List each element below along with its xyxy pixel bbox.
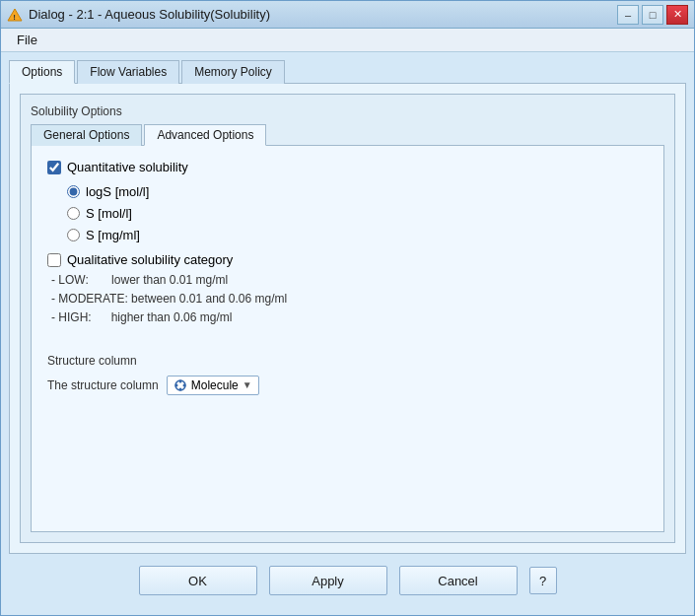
radio-s-mg[interactable] xyxy=(67,229,80,241)
molecule-label: Molecule xyxy=(191,378,239,392)
qual-info-low: - LOW: lower than 0.01 mg/ml xyxy=(51,271,648,290)
structure-row-text: The structure column xyxy=(47,378,159,392)
svg-point-4 xyxy=(178,387,181,390)
inner-panel: Quantitative solubility logS [mol/l] S [… xyxy=(31,146,664,532)
maximize-button[interactable]: □ xyxy=(642,5,663,25)
radio-row-s-mol: S [mol/l] xyxy=(67,206,648,221)
menu-file[interactable]: File xyxy=(9,31,45,49)
solubility-options-section: Solubility Options General Options Advan… xyxy=(20,94,675,543)
molecule-icon xyxy=(174,378,187,392)
title-bar: ! Dialog - 2:1 - Aqueous Solubility(Solu… xyxy=(1,1,694,29)
footer: OK Apply Cancel ? xyxy=(9,554,686,607)
qual-info: - LOW: lower than 0.01 mg/ml - MODERATE:… xyxy=(47,271,648,328)
apply-button[interactable]: Apply xyxy=(269,566,387,595)
radio-group: logS [mol/l] S [mol/l] S [mg/ml] xyxy=(47,184,648,242)
tab-flow-variables[interactable]: Flow Variables xyxy=(77,60,179,84)
qualitative-row: Qualitative solubility category xyxy=(47,252,648,267)
tab-options[interactable]: Options xyxy=(9,60,75,84)
main-panel: Solubility Options General Options Advan… xyxy=(9,84,686,554)
qualitative-section: Qualitative solubility category - LOW: l… xyxy=(47,252,648,328)
help-button[interactable]: ? xyxy=(529,567,557,594)
menu-bar: File xyxy=(1,29,694,52)
radio-s-mol-label[interactable]: S [mol/l] xyxy=(86,206,132,221)
radio-logs-label[interactable]: logS [mol/l] xyxy=(86,184,149,199)
content-area: Options Flow Variables Memory Policy Sol… xyxy=(1,52,694,615)
tab-general-options[interactable]: General Options xyxy=(31,124,142,146)
radio-row-logs: logS [mol/l] xyxy=(67,184,648,199)
window-title: Dialog - 2:1 - Aqueous Solubility(Solubi… xyxy=(29,7,270,22)
minimize-button[interactable]: – xyxy=(617,5,639,25)
title-bar-left: ! Dialog - 2:1 - Aqueous Solubility(Solu… xyxy=(7,7,270,23)
tab-advanced-options[interactable]: Advanced Options xyxy=(144,124,266,146)
section-label: Solubility Options xyxy=(31,104,664,118)
qual-info-high: - HIGH: higher than 0.06 mg/ml xyxy=(51,308,648,327)
dropdown-arrow-icon: ▼ xyxy=(243,379,252,390)
structure-section: Structure column The structure column xyxy=(47,346,648,395)
quantitative-label[interactable]: Quantitative solubility xyxy=(67,160,188,174)
qualitative-label[interactable]: Qualitative solubility category xyxy=(67,252,233,267)
radio-s-mol[interactable] xyxy=(67,207,80,220)
molecule-dropdown[interactable]: Molecule ▼ xyxy=(167,376,259,395)
title-buttons: – □ ✕ xyxy=(617,5,688,25)
ok-button[interactable]: OK xyxy=(139,566,257,595)
cancel-button[interactable]: Cancel xyxy=(399,566,518,595)
inner-tabs: General Options Advanced Options xyxy=(31,124,664,146)
radio-logs[interactable] xyxy=(67,185,80,198)
main-window: ! Dialog - 2:1 - Aqueous Solubility(Solu… xyxy=(0,0,695,616)
radio-s-mg-label[interactable]: S [mg/ml] xyxy=(86,228,140,242)
close-button[interactable]: ✕ xyxy=(666,5,688,25)
tab-memory-policy[interactable]: Memory Policy xyxy=(181,60,285,84)
warning-icon: ! xyxy=(7,7,23,23)
svg-point-3 xyxy=(178,379,181,382)
svg-point-5 xyxy=(174,383,177,386)
radio-row-s-mg: S [mg/ml] xyxy=(67,228,648,242)
qualitative-checkbox[interactable] xyxy=(47,253,61,267)
structure-section-label: Structure column xyxy=(47,354,648,368)
main-tabs: Options Flow Variables Memory Policy xyxy=(9,60,686,84)
structure-row: The structure column Mo xyxy=(47,376,648,395)
svg-text:!: ! xyxy=(13,13,16,22)
qual-info-moderate: - MODERATE: between 0.01 and 0.06 mg/ml xyxy=(51,290,648,308)
svg-point-6 xyxy=(182,383,185,386)
quantitative-row: Quantitative solubility xyxy=(47,160,648,174)
quantitative-checkbox[interactable] xyxy=(47,161,61,174)
